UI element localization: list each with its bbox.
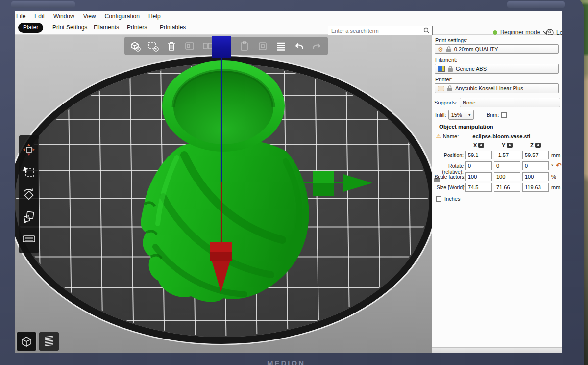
paste-icon[interactable] [238,39,251,53]
settings-panel: Print settings: ⚙ 0.20mm QUALITY Filamen… [432,35,562,353]
layers-preview-button[interactable] [39,332,59,351]
scale-label: Scale factors: [434,174,466,180]
infill-label: Infill: [435,112,446,118]
infill-select[interactable]: 15% ▾ [448,110,474,120]
size-y-field[interactable] [494,183,520,192]
laptop-brand-logo: MEDION [0,359,584,365]
mode-dot-icon [493,30,497,35]
position-x-field[interactable] [466,151,492,159]
move-tool-icon[interactable] [22,142,36,157]
slicer-app-window: File Edit Window View Configuration Help… [15,11,562,353]
axis-x-header: X [473,142,484,148]
scale-x-field[interactable] [466,172,492,181]
size-x-field[interactable] [466,183,492,192]
printer-select[interactable]: Anycubic Kossel Linear Plus [435,83,559,93]
rotate-tool-icon[interactable] [22,187,36,202]
infill-row: Infill: 15% ▾ Brim: [435,110,507,120]
menu-view[interactable]: View [83,13,96,20]
tab-plater[interactable]: Plater [18,23,43,33]
lock-icon [447,85,452,91]
supports-select[interactable]: None [460,98,560,107]
arrange-icon[interactable] [183,39,196,53]
menu-bar: File Edit Window View Configuration Help [15,11,562,21]
cube-icon [20,335,33,348]
reset-rotation-icon[interactable]: ↶ [556,161,562,169]
tab-print-settings[interactable]: Print Settings [48,23,92,33]
laptop-hinge-right [507,1,565,8]
supports-value: None [463,100,475,105]
print-settings-value: 0.20mm QUALITY [454,46,498,52]
tab-printables[interactable]: Printables [155,23,191,33]
inches-checkbox[interactable] [436,196,441,202]
brim-checkbox[interactable] [501,112,507,118]
menu-configuration[interactable]: Configuration [105,13,140,20]
size-z-field[interactable] [522,183,549,192]
object-manipulation-title: Object manipulation [439,124,493,130]
tab-filaments[interactable]: Filaments [89,23,124,33]
rotate-label: Rotate (relative): [432,163,464,175]
filament-value: Generic ABS [456,66,487,72]
tab-bar: Plater Print Settings Filaments Printers… [15,21,562,35]
inches-row: Inches [436,196,460,202]
axis-z-header: Z [530,142,541,148]
menu-window[interactable]: Window [53,13,74,20]
position-z-field[interactable] [522,151,549,159]
chevron-down-icon: ▾ [468,112,471,117]
filament-select[interactable]: Generic ABS [435,64,559,74]
clone-icon[interactable] [256,39,270,53]
gizmo-x-scale-cube[interactable] [210,242,232,261]
variable-layer-height-icon[interactable] [274,39,288,53]
3d-view-button[interactable] [17,332,36,351]
lock-icon [448,66,453,72]
gizmo-z-scale-cube[interactable] [212,36,231,58]
infill-value: 15% [451,112,462,118]
scale-unit: % [551,174,556,180]
position-unit: mm [551,152,560,158]
view-mode-buttons [17,332,59,351]
flatten-tool-icon[interactable] [22,232,36,246]
axis-x-icon [478,143,484,148]
undo-icon[interactable] [292,39,306,53]
rotate-y-field[interactable] [494,161,520,170]
scale-z-field[interactable] [522,172,549,181]
search-box[interactable] [328,26,433,36]
tab-printers[interactable]: Printers [122,23,152,33]
search-input[interactable] [328,28,423,34]
panel-footer [432,347,562,353]
gizmo-y-scale-cube[interactable] [313,171,334,196]
printer-icon [438,86,444,91]
delete-all-icon[interactable] [165,39,178,53]
menu-file[interactable]: File [16,13,25,20]
rotate-unit: ° [551,163,553,169]
supports-row: Supports: None [434,98,560,107]
scale-tool-icon[interactable] [22,209,36,224]
gear-icon: ⚙ [438,46,443,52]
size-label: Size [World]: [434,184,466,190]
printer-value: Anycubic Kossel Linear Plus [455,85,523,91]
position-y-field[interactable] [494,151,520,159]
inches-label: Inches [444,196,460,202]
remove-object-icon[interactable] [147,39,160,53]
filament-label: Filament: [435,57,457,63]
filament-color-icon [438,66,445,72]
axis-y-header: Y [502,142,513,148]
menu-help[interactable]: Help [148,13,161,20]
scale-y-field[interactable] [494,172,520,181]
layers-icon [42,335,56,348]
axis-z-icon [535,143,541,148]
viewport-3d[interactable] [15,35,432,353]
select-tool-icon[interactable] [22,164,36,179]
laptop-hinge-left [11,1,75,8]
viewport-3d-scene[interactable] [15,35,432,353]
print-settings-select[interactable]: ⚙ 0.20mm QUALITY [435,44,559,54]
print-settings-label: Print settings: [435,37,468,43]
printer-label: Printer: [435,77,452,82]
rotate-x-field[interactable] [466,161,492,170]
position-label: Position: [432,152,464,158]
rotate-z-field[interactable] [522,161,549,170]
supports-label: Supports: [434,100,457,105]
add-object-icon[interactable] [128,39,142,53]
size-unit: mm [551,184,560,190]
redo-icon[interactable] [310,39,324,53]
menu-edit[interactable]: Edit [34,13,45,20]
